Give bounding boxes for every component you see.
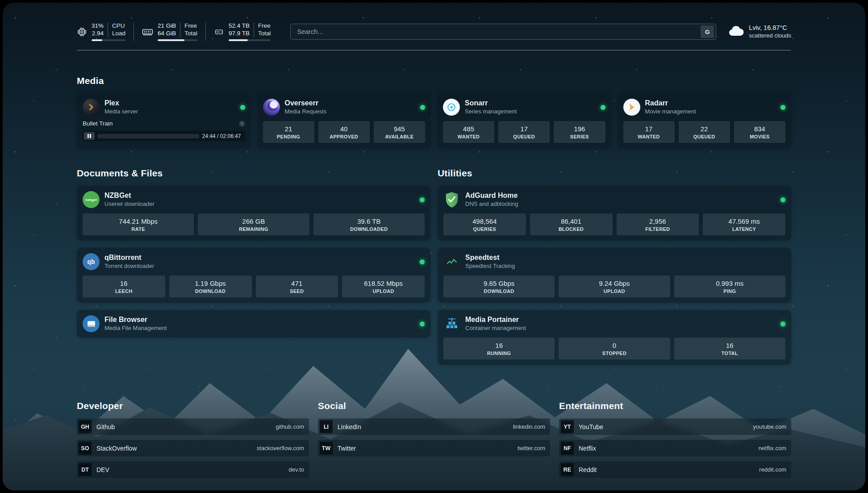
app-card-qbittorrent[interactable]: qb qBittorrent Torrent downloader 16 LEE… — [77, 248, 430, 303]
gear-icon[interactable] — [239, 121, 245, 127]
playback-progress-track[interactable] — [98, 134, 199, 138]
stat-download: 1.19 Gbps DOWNLOAD — [169, 276, 252, 297]
stat-remaining: 266 GB REMAINING — [198, 213, 309, 235]
section-title-documents: Documents & Files — [77, 168, 430, 179]
bookmark-domain: reddit.com — [759, 466, 786, 473]
app-name: Media Portainer — [465, 315, 526, 325]
app-card-filebrowser[interactable]: File Browser Media File Management — [77, 310, 430, 338]
app-card-plex[interactable]: Plex Media server Bullet Train — [77, 93, 251, 148]
bookmark-group-entertainment: Entertainment YT YouTube youtube.com NF … — [559, 401, 791, 483]
stat-value: 0 — [560, 342, 668, 349]
app-desc: Speedtest Tracking — [465, 263, 515, 270]
app-name: Plex — [104, 99, 138, 108]
stat-value: 39.6 TB — [315, 217, 423, 225]
section-title-entertainment: Entertainment — [559, 401, 791, 411]
overseerr-icon — [263, 99, 280, 116]
status-dot — [420, 197, 425, 202]
pause-button[interactable] — [84, 132, 95, 140]
status-dot — [601, 105, 605, 110]
stat-value: 86,401 — [532, 217, 611, 225]
bookmark-stackoverflow[interactable]: SO StackOverflow stackoverflow.com — [77, 440, 309, 456]
portainer-icon — [443, 315, 460, 332]
stat-value: 22 — [680, 125, 728, 133]
speedtest-icon — [443, 253, 460, 270]
stat-available: 945 AVAILABLE — [374, 121, 425, 143]
app-name: NZBGet — [104, 191, 154, 201]
github-icon: GH — [79, 420, 92, 433]
app-card-sonarr[interactable]: Sonarr Series management 485 WANTED 17 Q… — [437, 93, 611, 148]
stat-upload: 9.24 Gbps UPLOAD — [559, 276, 670, 297]
stat-label: RUNNING — [445, 351, 553, 356]
header-divider — [77, 50, 791, 50]
youtube-icon: YT — [561, 420, 574, 433]
stat-value: 498,564 — [445, 217, 524, 225]
bookmark-twitter[interactable]: TW Twitter twitter.com — [318, 440, 550, 456]
bookmark-domain: netflix.com — [759, 445, 786, 451]
stat-label: WANTED — [445, 134, 492, 139]
stat-label: WANTED — [625, 134, 673, 139]
weather-condition: scattered clouds — [749, 32, 791, 40]
stat-label: DOWNLOAD — [171, 288, 250, 294]
memory-widget: 21 GiB 64 GiB Free Total — [134, 22, 205, 41]
stat-value: 744.21 Mbps — [84, 217, 192, 225]
stat-total: 16 TOTAL — [674, 338, 785, 359]
memory-total-value: 64 GiB — [158, 30, 176, 38]
sonarr-icon — [443, 99, 460, 116]
app-card-speedtest[interactable]: Speedtest Speedtest Tracking 9.65 Gbps D… — [438, 248, 791, 303]
stat-leech: 16 LEECH — [83, 276, 165, 297]
stat-label: LATENCY — [705, 226, 784, 232]
bookmark-name: Reddit — [579, 466, 597, 473]
cpu-label-bottom: Load — [112, 30, 125, 38]
bookmark-name: DEV — [96, 466, 109, 473]
memory-usage-bar — [158, 39, 197, 41]
app-desc: Usenet downloader — [104, 201, 154, 208]
stat-stopped: 0 STOPPED — [559, 338, 670, 359]
bookmark-name: LinkedIn — [338, 423, 361, 430]
app-desc: DNS and adblocking — [465, 201, 518, 208]
bookmark-name: Netflix — [579, 445, 596, 452]
disk-usage-bar — [229, 39, 271, 41]
app-card-overseerr[interactable]: Overseerr Media Requests 21 PENDING 40 A… — [257, 93, 431, 148]
bookmark-linkedin[interactable]: LI LinkedIn linkedin.com — [318, 418, 550, 435]
status-dot — [420, 105, 425, 110]
bookmark-youtube[interactable]: YT YouTube youtube.com — [559, 418, 791, 435]
app-desc: Container management — [465, 325, 526, 332]
stat-value: 485 — [445, 125, 492, 133]
bookmark-domain: linkedin.com — [513, 423, 545, 430]
status-dot — [780, 105, 785, 110]
stat-label: FILTERED — [618, 226, 697, 232]
status-dot — [420, 322, 425, 326]
app-card-nzbget[interactable]: nzbget NZBGet Usenet downloader 744.21 M… — [77, 186, 430, 241]
stat-label: DOWNLOAD — [445, 288, 553, 294]
stat-upload: 618.52 Mbps UPLOAD — [342, 276, 425, 297]
stat-value: 1.19 Gbps — [171, 280, 250, 287]
stat-label: RATE — [84, 226, 192, 232]
bookmark-reddit[interactable]: RE Reddit reddit.com — [559, 461, 791, 478]
app-name: qBittorrent — [104, 253, 154, 263]
bookmark-dev[interactable]: DT DEV dev.to — [77, 461, 309, 478]
stat-label: REMAINING — [200, 226, 307, 232]
search-engine-button[interactable]: G — [701, 25, 714, 38]
radarr-icon — [623, 99, 640, 116]
stat-value: 21 — [265, 125, 313, 133]
section-utilities: Utilities AdGuard — [438, 168, 791, 372]
bookmark-github[interactable]: GH Github github.com — [77, 418, 309, 435]
stat-movies: 834 MOVIES — [734, 121, 785, 143]
app-desc: Media File Management — [104, 325, 167, 332]
app-card-adguard[interactable]: AdGuard Home DNS and adblocking 498,564 … — [438, 186, 791, 241]
stackoverflow-icon: SO — [79, 442, 92, 455]
bookmark-group-social: Social LI LinkedIn linkedin.com TW Twitt… — [318, 401, 550, 483]
weather-location: Lviv, 16.87°C — [749, 24, 791, 32]
disk-widget: 52.4 TB 97.9 TB Free Total — [205, 22, 279, 41]
stat-value: 40 — [320, 125, 368, 133]
bookmark-netflix[interactable]: NF Netflix netflix.com — [559, 440, 791, 456]
netflix-icon: NF — [561, 442, 574, 455]
app-card-portainer[interactable]: Media Portainer Container management 16 … — [438, 310, 791, 365]
app-card-radarr[interactable]: Radarr Movie management 17 WANTED 22 QUE… — [618, 93, 792, 148]
status-dot — [420, 259, 425, 264]
search-input[interactable] — [291, 24, 701, 39]
disk-label-top: Free — [258, 22, 271, 30]
stat-wanted: 17 WANTED — [623, 121, 675, 143]
top-bar: 31% 2.94 CPU Load — [77, 19, 791, 45]
stat-ping: 0.993 ms PING — [674, 276, 785, 297]
